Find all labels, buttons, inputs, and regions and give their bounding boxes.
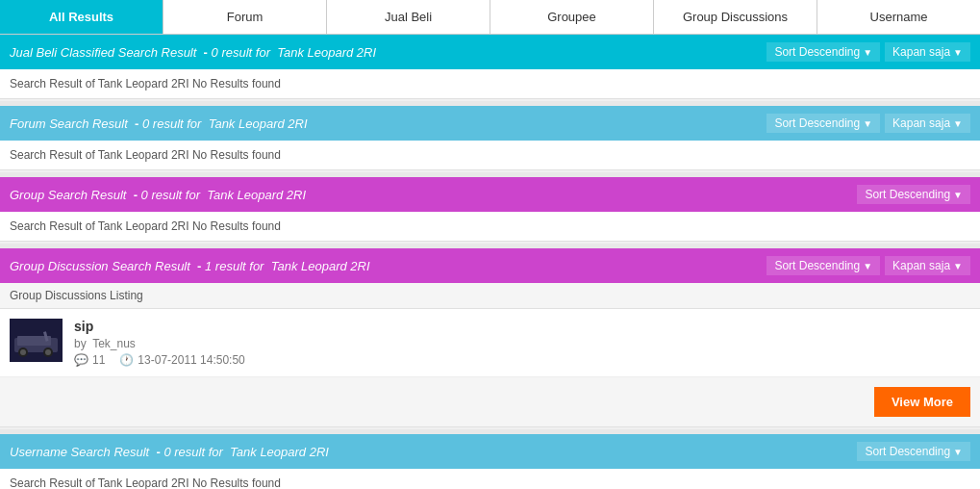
jual-beli-section: Jual Beli Classified Search Result - 0 r…: [0, 35, 980, 99]
gd-kapan-arrow: ▼: [953, 261, 963, 271]
group-sort-button[interactable]: Sort Descending ▼: [857, 185, 970, 204]
forum-section: Forum Search Result - 0 result for Tank …: [0, 106, 980, 170]
group-discussion-controls: Sort Descending ▼ Kapan saja ▼: [766, 256, 970, 275]
gd-sort-arrow: ▼: [863, 261, 872, 271]
result-title[interactable]: sip: [74, 319, 970, 334]
group-body: Search Result of Tank Leopard 2RI No Res…: [0, 212, 980, 242]
result-meta: by Tek_nus: [74, 337, 970, 350]
result-stats: 💬 11 🕐 13-07-2011 14:50:50: [74, 353, 970, 367]
tab-username[interactable]: Username: [817, 0, 980, 34]
forum-sort-button[interactable]: Sort Descending ▼: [766, 114, 880, 133]
forum-header: Forum Search Result - 0 result for Tank …: [0, 106, 980, 141]
result-author[interactable]: Tek_nus: [92, 337, 136, 350]
forum-kapan-button[interactable]: Kapan saja ▼: [885, 114, 970, 133]
username-controls: Sort Descending ▼: [857, 442, 970, 461]
tab-all-results[interactable]: All Results: [0, 0, 163, 34]
username-section: Username Search Result - 0 result for Ta…: [0, 434, 980, 489]
username-header: Username Search Result - 0 result for Ta…: [0, 434, 980, 469]
group-discussion-title: Group Discussion Search Result - 1 resul…: [10, 259, 370, 273]
view-more-container: View More: [0, 377, 980, 427]
sort-dropdown-arrow: ▼: [863, 47, 872, 58]
svg-point-4: [20, 349, 26, 355]
group-section: Group Search Result - 0 result for Tank …: [0, 177, 980, 242]
result-info: sip by Tek_nus 💬 11 🕐 13-07-2011 14:50:5…: [74, 319, 970, 367]
group-discussion-kapan-button[interactable]: Kapan saja ▼: [885, 256, 970, 275]
result-date: 🕐 13-07-2011 14:50:50: [119, 353, 244, 367]
group-title: Group Search Result - 0 result for Tank …: [10, 188, 306, 202]
tab-group-discussions[interactable]: Group Discussions: [654, 0, 817, 34]
clock-icon: 🕐: [119, 353, 134, 367]
forum-title: Forum Search Result - 0 result for Tank …: [10, 116, 308, 131]
jual-beli-body: Search Result of Tank Leopard 2RI No Res…: [0, 69, 980, 99]
group-discussion-result-item: sip by Tek_nus 💬 11 🕐 13-07-2011 14:50:5…: [0, 309, 980, 377]
username-sort-arrow: ▼: [953, 447, 963, 457]
kapan-dropdown-arrow: ▼: [953, 47, 963, 58]
jual-beli-controls: Sort Descending ▼ Kapan saja ▼: [766, 42, 970, 62]
username-sort-button[interactable]: Sort Descending ▼: [857, 442, 970, 461]
tab-forum[interactable]: Forum: [163, 0, 327, 34]
username-body: Search Result of Tank Leopard 2RI No Res…: [0, 469, 980, 489]
username-title: Username Search Result - 0 result for Ta…: [10, 445, 329, 459]
forum-body: Search Result of Tank Leopard 2RI No Res…: [0, 141, 980, 170]
jual-beli-title: Jual Beli Classified Search Result - 0 r…: [10, 45, 376, 60]
forum-sort-arrow: ▼: [863, 118, 872, 129]
group-discussion-sort-button[interactable]: Sort Descending ▼: [766, 256, 880, 275]
view-more-button[interactable]: View More: [874, 387, 970, 417]
group-discussion-header: Group Discussion Search Result - 1 resul…: [0, 248, 980, 283]
result-thumbnail: [10, 319, 63, 362]
tabs-bar: All Results Forum Jual Beli Groupee Grou…: [0, 0, 980, 35]
forum-controls: Sort Descending ▼ Kapan saja ▼: [766, 114, 970, 133]
group-discussion-section: Group Discussion Search Result - 1 resul…: [0, 248, 980, 427]
jual-beli-header: Jual Beli Classified Search Result - 0 r…: [0, 35, 980, 69]
comment-icon: 💬: [74, 353, 88, 367]
comment-count: 💬 11: [74, 353, 105, 367]
jual-beli-kapan-button[interactable]: Kapan saja ▼: [885, 42, 970, 62]
group-header: Group Search Result - 0 result for Tank …: [0, 177, 980, 212]
tab-groupee[interactable]: Groupee: [490, 0, 654, 34]
group-controls: Sort Descending ▼: [857, 185, 970, 204]
jual-beli-sort-button[interactable]: Sort Descending ▼: [766, 42, 880, 62]
group-discussion-listing-header: Group Discussions Listing: [0, 283, 980, 309]
forum-kapan-arrow: ▼: [953, 118, 963, 129]
svg-point-6: [45, 349, 51, 355]
group-sort-arrow: ▼: [953, 190, 963, 200]
tab-jual-beli[interactable]: Jual Beli: [327, 0, 490, 34]
